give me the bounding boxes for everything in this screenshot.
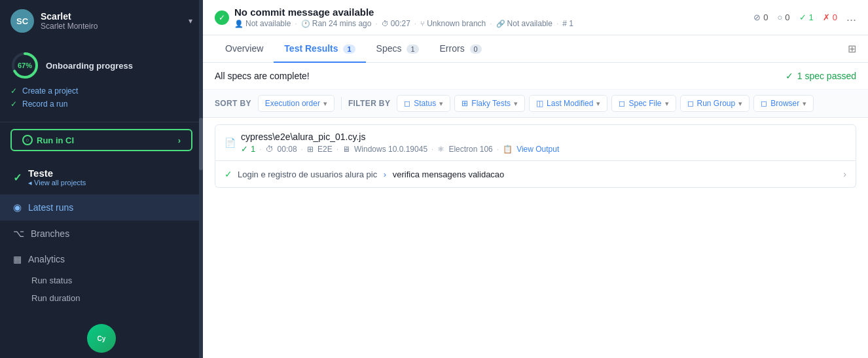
main-content: ✓ No commit message available 👤 Not avai… <box>203 0 868 358</box>
onboarding-item-label: Record a run <box>22 99 67 109</box>
sidebar-item-analytics[interactable]: ▦ Analytics <box>0 247 203 272</box>
filter-bar: SORT BY Execution order ▾ FILTER BY ◻ St… <box>203 90 868 118</box>
sidebar-item-run-duration[interactable]: Run duration <box>0 289 203 307</box>
specs-complete-bar: All specs are complete! ✓ 1 spec passed <box>203 63 868 90</box>
spec-os-icon: 🖥 <box>342 145 350 154</box>
tab-errors-label: Errors <box>440 43 465 54</box>
test-separator: › <box>384 170 386 179</box>
spec-meta-dot-3: · <box>336 145 338 154</box>
onboarding-item-label: Create a project <box>22 86 78 96</box>
test-row[interactable]: ✓ Login e registro de usuarios alura pic… <box>215 161 856 188</box>
tabs-right: ⊞ <box>848 43 856 55</box>
skip-icon: ⊘ <box>753 12 761 22</box>
meta-not-available-2: 🔗 Not available <box>496 19 552 28</box>
onboarding-row: 67% Onboarding progress <box>10 51 192 80</box>
spec-meta-dot-1: · <box>259 145 261 154</box>
tab-errors[interactable]: Errors 0 <box>429 35 492 63</box>
status-passed: ✓ 1 <box>799 12 814 22</box>
spec-os: Windows 10.0.19045 <box>354 145 427 154</box>
top-bar-right: ⊘ 0 ○ 0 ✓ 1 ✗ 0 ... <box>753 10 856 24</box>
sort-by-label: SORT BY <box>215 99 251 108</box>
filter-last-modified-button[interactable]: ◫ Last Modified ▾ <box>529 95 607 112</box>
onboarding-item-record-run[interactable]: ✓ Record a run <box>10 99 192 109</box>
tab-test-results-badge: 1 <box>343 45 355 54</box>
top-bar-left: No commit message available 👤 Not availa… <box>234 7 748 28</box>
sidebar-item-latest-runs[interactable]: ◉ Latest runs <box>0 194 203 221</box>
spec-file-icon: ◻ <box>619 99 625 108</box>
filter-run-group-button[interactable]: ◻ Run Group ▾ <box>680 95 750 112</box>
specs-complete-text: All specs are complete! <box>215 71 310 81</box>
test-description: verifica mensagens validacao <box>393 170 505 179</box>
sidebar-item-branches[interactable]: ⌥ Branches <box>0 221 203 247</box>
clock-icon: 🕐 <box>301 20 310 28</box>
test-row-chevron-icon: › <box>843 169 846 179</box>
spec-meta-dot-2: · <box>301 145 303 154</box>
last-modified-label: Last Modified <box>547 99 593 108</box>
execution-order-label: Execution order <box>265 99 320 108</box>
spec-file-row: 📄 cypress\e2e\alura_pic_01.cy.js ✓ 1 · ⏱… <box>215 124 856 161</box>
fail-count: 0 <box>833 12 837 22</box>
run-duration-label: Run duration <box>31 293 80 303</box>
scrollbar-thumb[interactable] <box>199 118 203 170</box>
more-options-button[interactable]: ... <box>846 10 856 24</box>
sidebar-item-project[interactable]: ✓ Teste ◂ View all projects <box>0 160 203 194</box>
onboarding-item-create-project[interactable]: ✓ Create a project <box>10 86 192 96</box>
spec-check-icon: ✓ <box>241 144 248 154</box>
sidebar: SC Scarlet Scarlet Monteiro ▾ 67% Onboar… <box>0 0 203 358</box>
check-icon: ✓ <box>10 99 17 109</box>
progress-circle: 67% <box>10 51 39 80</box>
filter-status-button[interactable]: ◻ Status ▾ <box>397 95 450 112</box>
branches-label: Branches <box>31 228 69 239</box>
meta-dot-4: · <box>490 19 492 28</box>
tab-specs[interactable]: Specs 1 <box>366 35 429 63</box>
pending-icon: ○ <box>777 12 782 22</box>
top-bar-meta: 👤 Not available · 🕐 Ran 24 mins ago · ⏱ … <box>234 19 748 28</box>
onboarding-title: Onboarding progress <box>46 61 133 71</box>
sort-execution-order-button[interactable]: Execution order ▾ <box>258 95 335 112</box>
run-status-label: Run status <box>31 276 72 285</box>
view-all-projects[interactable]: ◂ View all projects <box>28 179 86 187</box>
filter-flaky-tests-button[interactable]: ⊞ Flaky Tests ▾ <box>454 95 525 112</box>
top-bar: ✓ No commit message available 👤 Not avai… <box>203 0 868 35</box>
sidebar-header: SC Scarlet Scarlet Monteiro ▾ <box>0 0 203 42</box>
link-icon: 🔗 <box>496 20 505 28</box>
status-chevron-icon: ▾ <box>439 99 443 108</box>
tab-overview[interactable]: Overview <box>215 35 274 63</box>
browser-chevron-icon: ▾ <box>803 99 806 108</box>
grid-icon[interactable]: ⊞ <box>848 43 856 54</box>
run-ci-circle-icon: ○ <box>22 135 33 145</box>
spec-type: E2E <box>317 145 333 154</box>
spec-passed-status: ✓ 1 spec passed <box>786 71 856 81</box>
tabs-bar: Overview Test Results 1 Specs 1 Errors 0… <box>203 35 868 63</box>
sidebar-expand-icon[interactable]: ▾ <box>189 16 192 26</box>
run-in-ci-button[interactable]: ○ Run in CI › <box>10 129 192 151</box>
flaky-icon: ⊞ <box>461 99 468 108</box>
meta-branch: ⑂ Unknown branch <box>420 19 486 28</box>
analytics-icon: ▦ <box>13 254 22 264</box>
tab-errors-badge: 0 <box>470 45 482 54</box>
sidebar-item-run-status[interactable]: Run status <box>0 272 203 289</box>
tab-test-results[interactable]: Test Results 1 <box>274 35 365 63</box>
pending-count: 0 <box>785 12 789 22</box>
run-ci-arrow-icon: › <box>178 135 181 145</box>
spec-file-label: Spec File <box>628 99 661 108</box>
spec-file-header: cypress\e2e\alura_pic_01.cy.js ✓ 1 · ⏱ 0… <box>241 132 846 154</box>
spec-meta-dot-5: · <box>497 145 499 154</box>
view-output-button[interactable]: View Output <box>516 145 559 154</box>
meta-dot-5: · <box>556 19 558 28</box>
spec-duration: 00:08 <box>278 145 297 154</box>
spec-section: 📄 cypress\e2e\alura_pic_01.cy.js ✓ 1 · ⏱… <box>203 118 868 194</box>
filter-by-label: FILTER BY <box>348 99 390 108</box>
spec-browser: Electron 106 <box>448 145 492 154</box>
cypress-logo: Cy <box>87 324 116 353</box>
spec-passed-icon: ✓ <box>786 71 793 81</box>
spec-type-icon: ⊞ <box>307 145 314 154</box>
browser-icon: ◻ <box>761 99 767 108</box>
scrollbar-track[interactable] <box>199 0 203 358</box>
flaky-label: Flaky Tests <box>471 99 511 108</box>
sidebar-bottom: Cy <box>82 319 121 358</box>
filter-browser-button[interactable]: ◻ Browser ▾ <box>753 95 814 112</box>
filter-spec-file-button[interactable]: ◻ Spec File ▾ <box>611 95 676 112</box>
browser-label: Browser <box>770 99 799 108</box>
run-group-label: Run Group <box>697 99 736 108</box>
